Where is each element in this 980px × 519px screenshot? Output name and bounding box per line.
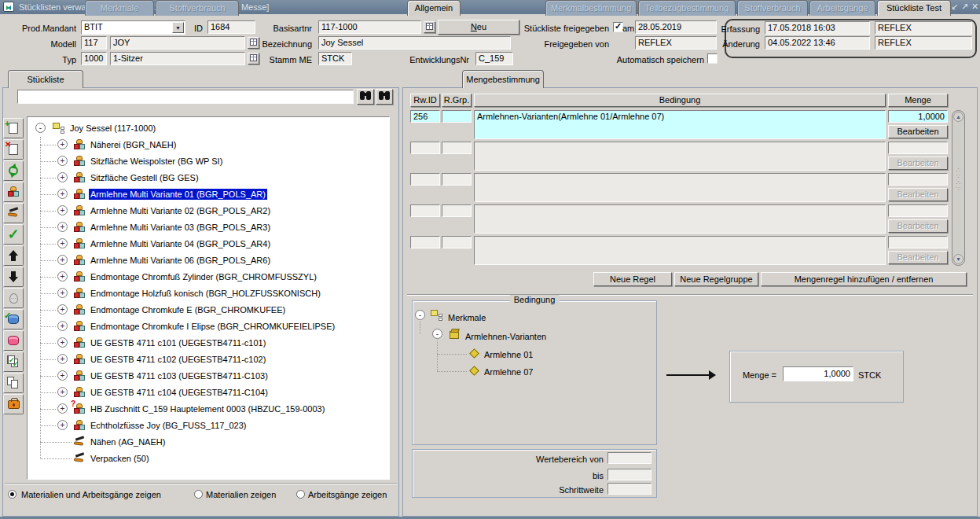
tree-expand-toggle[interactable]: +	[57, 255, 68, 265]
tree-item[interactable]: Verpacken (50)	[28, 451, 389, 467]
tree-item-label[interactable]: HB Zuschnitt C_159 Hauptelement 0003 (HB…	[89, 403, 326, 414]
rule-menge-field[interactable]	[888, 142, 948, 154]
neue-regel-button[interactable]: Neue Regel	[593, 272, 672, 286]
tree-expand-toggle[interactable]: +	[57, 172, 68, 182]
modell-name-field[interactable]: JOY	[110, 36, 245, 50]
tree-item-label[interactable]: Endmontage Chromkufe I Elipse (BGR_CHROM…	[89, 321, 336, 332]
arrow-down-button[interactable]	[3, 267, 24, 287]
rule-menge-field[interactable]: 1,0000	[888, 110, 948, 123]
rule-bedingung-field[interactable]	[474, 204, 886, 234]
scrollbar-thumb[interactable]: ∴∵∴∵	[952, 167, 964, 193]
rule-rgrp-field[interactable]	[442, 173, 472, 186]
tree-item[interactable]: +UE GESTB 4711 c103 (UEGESTB4711-C103)	[28, 368, 389, 385]
tree-item-label[interactable]: Verpacken (50)	[89, 453, 151, 464]
menge-value-field[interactable]: 1,0000	[783, 366, 853, 381]
rule-rwid-field[interactable]	[410, 204, 440, 217]
tree-item[interactable]: +Armlehne Multi Variante 06 (BGR_POLS_AR…	[28, 252, 389, 269]
tree-item[interactable]: -Joy Sessel (117-1000)	[28, 120, 389, 137]
id-field[interactable]: 1684	[207, 20, 255, 34]
typ-lookup-button[interactable]	[248, 53, 259, 64]
copy-confirmed-button[interactable]: ✓	[3, 352, 24, 372]
tree-item-label[interactable]: Armlehne Multi Variante 02 (BGR_POLS_AR2…	[89, 205, 272, 216]
tree-item[interactable]: +Endmontage Chromfuß Zylinder (BGR_CHROM…	[28, 269, 389, 285]
tree-item[interactable]: +Echtholzfüsse Joy (BG_FUSS_117_023)	[28, 418, 389, 434]
tree-expand-toggle[interactable]: +	[57, 370, 68, 381]
tree-expand-toggle[interactable]: +	[57, 205, 68, 215]
rule-rwid-field[interactable]	[410, 173, 440, 186]
entwicklungsnr-field[interactable]: C_159	[475, 52, 513, 65]
tree-item[interactable]: +Endmontage Holzfuß konisch (BGR_HOLZFUS…	[28, 285, 389, 302]
tree-expand-toggle[interactable]: +	[57, 139, 68, 149]
tree-item-label[interactable]: UE GESTB 4711 c101 (UEGESTB4711-c101)	[89, 337, 267, 348]
tree-expand-toggle[interactable]: +	[57, 337, 68, 348]
tree-item-label[interactable]: Armlehne Multi Variante 01 (BGR_POLS_AR)	[89, 189, 267, 200]
wertebereich-von-field[interactable]	[607, 452, 651, 464]
search-input[interactable]	[17, 90, 354, 104]
tree-expand-toggle[interactable]: +	[57, 189, 68, 199]
rule-rgrp-field[interactable]	[442, 236, 472, 248]
rule-bedingung-field[interactable]	[474, 173, 886, 202]
rule-bedingung-field[interactable]	[474, 236, 886, 265]
modell-code-field[interactable]: 117	[81, 36, 107, 50]
rule-rgrp-field[interactable]	[442, 204, 472, 217]
arrow-up-button[interactable]	[3, 245, 24, 266]
rule-rgrp-field[interactable]	[442, 110, 472, 123]
tree-item[interactable]: +Endmontage Chromkufe E (BGR_CHROMKUFEE)	[28, 302, 389, 318]
tree-expand-toggle[interactable]: +	[57, 304, 68, 315]
rule-menge-field[interactable]	[888, 236, 948, 248]
tree-item-label[interactable]: Armlehne Multi Variante 04 (BGR_POLS_AR4…	[89, 238, 272, 249]
find-button[interactable]	[357, 89, 374, 105]
hint-button[interactable]: ⋯	[3, 288, 24, 308]
auto-speichern-checkbox[interactable]	[707, 53, 718, 64]
operation-button[interactable]	[3, 203, 24, 223]
tree-item[interactable]: +UE GESTB 4711 c101 (UEGESTB4711-c101)	[28, 335, 389, 352]
tree-item-label[interactable]: UE GESTB 4711 c104 (UEGESTB4711-C104)	[89, 387, 270, 398]
rule-rwid-field[interactable]	[410, 236, 440, 248]
tab-mengebestimmung[interactable]: Mengebestimmung	[462, 70, 544, 88]
rule-rwid-field[interactable]: 256	[410, 110, 440, 123]
tree-expand-toggle[interactable]: +	[57, 321, 68, 331]
delete-document-button[interactable]: ✕	[3, 139, 24, 160]
prod-mandant-select[interactable]: BTIT ▼	[81, 20, 185, 35]
mengenregel-hinzufügen-entfernen-button[interactable]: Mengenregel hinzufügen / entfernen	[761, 272, 967, 286]
tree-item[interactable]: +Sitzfläche Weispolster (BG WP SI)	[28, 153, 389, 170]
rule-menge-field[interactable]	[888, 204, 948, 217]
typ-name-field[interactable]: 1-Sitzer	[110, 52, 245, 65]
tab-stückliste[interactable]: Stückliste	[8, 70, 83, 88]
tree-collapse-toggle[interactable]: -	[415, 310, 425, 320]
tree-expand-toggle[interactable]: +	[57, 156, 68, 166]
tree-item-label[interactable]: Nähen (AG_NAEH)	[89, 436, 167, 447]
tree-expand-toggle[interactable]: +	[57, 222, 68, 232]
tree-expand-toggle[interactable]: +	[57, 420, 68, 430]
rule-rwid-field[interactable]	[410, 142, 440, 154]
neue-regelgruppe-button[interactable]: Neue Regelgruppe	[674, 272, 758, 286]
tree-item[interactable]: +Armlehne Multi Variante 01 (BGR_POLS_AR…	[28, 186, 389, 203]
tree-item-label[interactable]: Armlehne Multi Variante 03 (BGR_POLS_AR3…	[89, 222, 272, 233]
refresh-button[interactable]	[3, 160, 24, 181]
rule-rgrp-field[interactable]	[442, 142, 472, 154]
scroll-down-icon[interactable]: ▼	[953, 254, 963, 264]
tree-item[interactable]: +UE GESTB 4711 c102 (UEGESTB4711-c102)	[28, 352, 389, 368]
rule-bedingung-field[interactable]	[474, 142, 886, 171]
basisartnr-lookup-button[interactable]	[424, 21, 435, 33]
bearbeiten-button[interactable]: Bearbeiten	[888, 125, 948, 138]
toolbox-button[interactable]	[3, 394, 24, 414]
radio-materialien-und-arbeitsgänge-zeigen[interactable]	[8, 490, 17, 499]
database-ok-button[interactable]: ✓	[3, 309, 24, 329]
tree-item-label[interactable]: Armlehne Multi Variante 06 (BGR_POLS_AR6…	[89, 255, 272, 266]
bom-tree[interactable]: -Joy Sessel (117-1000)+Näherei (BGR_NAEH…	[27, 116, 390, 480]
radio-arbeitsgänge-zeigen[interactable]	[296, 490, 305, 499]
new-document-button[interactable]: +	[3, 118, 24, 138]
confirm-button[interactable]: ✓	[3, 224, 24, 245]
assembly-button[interactable]	[3, 182, 24, 202]
tree-item[interactable]: +Näherei (BGR_NAEH)	[28, 137, 389, 153]
close-icon[interactable]: ✕	[971, 0, 978, 13]
tree-item[interactable]: +?HB Zuschnitt C_159 Hauptelement 0003 (…	[28, 401, 389, 418]
tree-item[interactable]: +UE GESTB 4711 c104 (UEGESTB4711-C104)	[28, 385, 389, 401]
tree-item-label[interactable]: Sitzfläche Gestell (BG GES)	[89, 172, 200, 183]
rule-menge-field[interactable]	[888, 173, 948, 186]
tree-expand-toggle[interactable]: +	[57, 238, 68, 248]
tree-expand-toggle[interactable]: +	[57, 403, 68, 414]
tree-item-label[interactable]: UE GESTB 4711 c103 (UEGESTB4711-C103)	[89, 370, 270, 381]
tree-expand-toggle[interactable]: +	[57, 387, 68, 397]
